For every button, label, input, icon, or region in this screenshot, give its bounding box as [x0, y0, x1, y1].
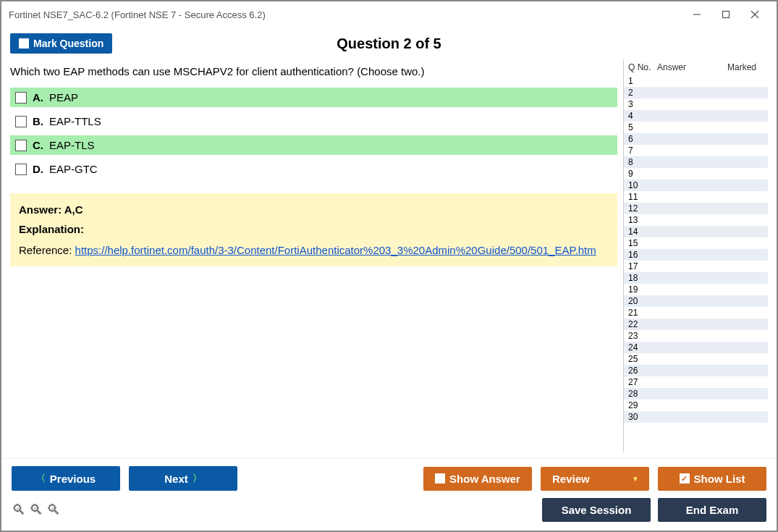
- row-number: 13: [628, 215, 657, 225]
- question-list-row[interactable]: 15: [624, 237, 768, 249]
- option-letter: C.: [33, 139, 43, 151]
- footer-row-secondary: 🔍︎ 🔍︎ 🔍︎ Save Session End Exam: [12, 498, 766, 522]
- checkbox-checked-icon: ✓: [680, 473, 690, 484]
- row-number: 10: [628, 180, 657, 190]
- question-list-row[interactable]: 4: [624, 110, 768, 122]
- svg-rect-1: [723, 12, 730, 18]
- question-list-row[interactable]: 23: [624, 330, 768, 342]
- row-number: 12: [628, 203, 657, 214]
- question-list-row[interactable]: 1: [624, 75, 768, 87]
- row-number: 23: [628, 331, 657, 341]
- question-list-row[interactable]: 18: [624, 272, 768, 284]
- question-list[interactable]: 1234567891011121314151617181920212223242…: [624, 75, 768, 452]
- row-number: 21: [628, 308, 657, 318]
- show-list-button[interactable]: ✓ Show List: [658, 467, 766, 491]
- close-button[interactable]: [740, 6, 769, 23]
- next-button[interactable]: Next 〉: [129, 466, 237, 491]
- option[interactable]: D. EAP-GTC: [10, 159, 617, 179]
- option-text: EAP-TLS: [49, 139, 95, 151]
- zoom-in-icon[interactable]: 🔍︎: [12, 502, 26, 518]
- review-button[interactable]: Review ▼: [541, 467, 649, 491]
- mark-question-button[interactable]: Mark Question: [10, 33, 112, 54]
- question-list-row[interactable]: 2: [624, 87, 768, 98]
- option-letter: A.: [33, 91, 43, 104]
- question-list-row[interactable]: 11: [624, 191, 768, 203]
- next-label: Next: [164, 473, 188, 485]
- option[interactable]: B. EAP-TTLS: [10, 111, 617, 131]
- question-list-row[interactable]: 12: [624, 203, 768, 214]
- row-number: 9: [628, 169, 657, 179]
- row-number: 27: [628, 377, 657, 387]
- question-list-row[interactable]: 3: [624, 98, 768, 110]
- row-number: 19: [628, 284, 657, 295]
- option[interactable]: A. PEAP: [10, 88, 617, 107]
- question-counter: Question 2 of 5: [337, 35, 441, 52]
- col-qno: Q No.: [628, 62, 657, 72]
- previous-button[interactable]: 〈 Previous: [12, 466, 120, 491]
- row-number: 28: [628, 389, 657, 399]
- left-arrow-icon: 〈: [36, 472, 46, 485]
- option-checkbox[interactable]: [15, 164, 27, 175]
- row-number: 8: [628, 157, 657, 167]
- question-list-row[interactable]: 7: [624, 145, 768, 156]
- show-list-label: Show List: [694, 473, 745, 485]
- option[interactable]: C. EAP-TLS: [10, 135, 617, 155]
- dropdown-arrow-icon: ▼: [632, 475, 639, 483]
- question-list-row[interactable]: 26: [624, 365, 768, 376]
- maximize-button[interactable]: [711, 6, 740, 23]
- question-list-row[interactable]: 22: [624, 318, 768, 330]
- option-letter: D.: [33, 163, 43, 175]
- row-number: 29: [628, 400, 657, 410]
- col-marked: Marked: [727, 62, 764, 72]
- row-number: 18: [628, 273, 657, 283]
- previous-label: Previous: [50, 473, 96, 485]
- col-answer: Answer: [657, 62, 727, 72]
- end-exam-button[interactable]: End Exam: [658, 498, 766, 522]
- row-number: 26: [628, 366, 657, 376]
- row-number: 22: [628, 319, 657, 329]
- question-list-row[interactable]: 14: [624, 226, 768, 237]
- question-list-row[interactable]: 29: [624, 400, 768, 411]
- question-list-row[interactable]: 10: [624, 180, 768, 191]
- question-list-row[interactable]: 21: [624, 307, 768, 318]
- row-number: 5: [628, 122, 657, 132]
- question-list-row[interactable]: 16: [624, 249, 768, 261]
- row-number: 30: [628, 412, 657, 422]
- row-number: 20: [628, 296, 657, 306]
- option-checkbox[interactable]: [15, 116, 27, 127]
- question-list-header: Q No. Answer Marked: [624, 59, 768, 75]
- question-list-row[interactable]: 6: [624, 133, 768, 145]
- question-list-row[interactable]: 13: [624, 214, 768, 226]
- question-list-row[interactable]: 19: [624, 284, 768, 295]
- content-row: Which two EAP methods can use MSCHAPV2 f…: [1, 59, 777, 458]
- question-list-row[interactable]: 20: [624, 295, 768, 307]
- option-text: EAP-TTLS: [49, 115, 101, 127]
- question-list-row[interactable]: 28: [624, 388, 768, 400]
- option-text: PEAP: [49, 91, 78, 104]
- question-list-row[interactable]: 30: [624, 411, 768, 423]
- show-answer-button[interactable]: Show Answer: [423, 467, 532, 491]
- reference-link[interactable]: https://help.fortinet.com/fauth/3-3/Cont…: [75, 244, 596, 256]
- review-label: Review: [552, 473, 590, 485]
- row-number: 17: [628, 261, 657, 271]
- question-list-row[interactable]: 27: [624, 376, 768, 388]
- question-list-row[interactable]: 8: [624, 156, 768, 168]
- zoom-out-icon[interactable]: 🔍︎: [46, 502, 61, 518]
- show-answer-label: Show Answer: [449, 473, 520, 485]
- question-list-row[interactable]: 5: [624, 122, 768, 133]
- save-session-button[interactable]: Save Session: [542, 498, 651, 522]
- zoom-reset-icon[interactable]: 🔍︎: [29, 502, 43, 518]
- question-list-row[interactable]: 9: [624, 168, 768, 180]
- question-list-row[interactable]: 17: [624, 261, 768, 272]
- app-window: Fortinet NSE7_SAC-6.2 (Fortinet NSE 7 - …: [0, 0, 778, 532]
- mark-checkbox-icon: [19, 38, 29, 48]
- row-number: 11: [628, 192, 657, 202]
- zoom-controls: 🔍︎ 🔍︎ 🔍︎: [12, 502, 61, 518]
- option-checkbox[interactable]: [15, 140, 27, 151]
- question-list-row[interactable]: 24: [624, 342, 768, 353]
- row-number: 25: [628, 354, 657, 364]
- reference-prefix: Reference:: [19, 244, 75, 256]
- minimize-button[interactable]: [682, 6, 711, 23]
- question-list-row[interactable]: 25: [624, 353, 768, 365]
- option-checkbox[interactable]: [15, 92, 27, 104]
